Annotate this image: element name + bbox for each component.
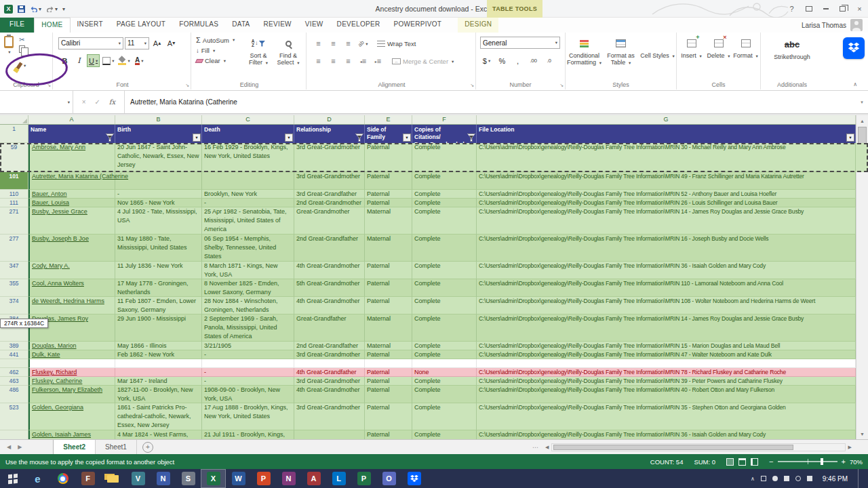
row-header-486[interactable]: 486 xyxy=(0,386,28,403)
cell-A[interactable]: Golden, Isaiah James xyxy=(28,430,115,439)
row-header-59[interactable]: 59 xyxy=(0,143,28,172)
restore-button[interactable] xyxy=(834,0,851,18)
cell-F462[interactable]: None xyxy=(412,368,477,377)
copy-button[interactable] xyxy=(19,45,25,53)
font-dialog-launcher[interactable]: ↘ xyxy=(185,83,189,88)
insert-cells-button[interactable]: + Insert ▾ xyxy=(679,34,705,79)
filter-button-E[interactable]: ▼ xyxy=(403,134,411,142)
cell-D277[interactable]: 2nd Great-Grandfather xyxy=(294,235,365,262)
cell-G463[interactable]: C:\Users\admin\Dropbox\genealogy\Reilly-… xyxy=(477,377,856,386)
find-select-button[interactable]: Find & Select ▾ xyxy=(273,34,303,79)
cell-B59[interactable]: 20 Jun 1847 - Saint John-Catholic, Newar… xyxy=(115,143,202,172)
cell-B374[interactable]: 11 Feb 1807 - Emden, Lower Saxony, Germa… xyxy=(115,297,202,314)
table-header-C[interactable]: Death▼ xyxy=(202,125,294,143)
cell-A374[interactable]: de Weerdt, Hedrina Harms xyxy=(28,297,115,314)
expand-formula-bar-button[interactable]: ▾ xyxy=(856,91,868,113)
cell-E389[interactable]: Maternal xyxy=(365,342,412,350)
cell-C486[interactable]: 1908-09-00 - Brooklyn, New York, USA xyxy=(202,386,294,403)
cell-B462[interactable] xyxy=(115,368,202,377)
alignment-dialog-launcher[interactable]: ↘ xyxy=(470,83,474,88)
cell-F[interactable]: Complete xyxy=(412,430,477,439)
filter-button-A[interactable] xyxy=(106,134,114,142)
cell-A271[interactable]: Busby, Jessie Grace xyxy=(28,207,115,235)
tab-page-layout[interactable]: PAGE LAYOUT xyxy=(110,18,172,33)
merge-center-button[interactable]: ↔Merge & Center▾ xyxy=(392,58,454,65)
cell-A355[interactable]: Cool, Anna Wolters xyxy=(28,279,115,297)
cell-E277[interactable]: Maternal xyxy=(365,235,412,262)
delete-cells-button[interactable]: × Delete ▾ xyxy=(706,34,732,79)
row-header-462[interactable]: 462 xyxy=(0,368,28,377)
formula-input[interactable]: Autretter, Maria Katarina (Catherine xyxy=(125,91,856,113)
row-header-x17[interactable] xyxy=(0,430,28,439)
row-header-355[interactable]: 355 xyxy=(0,279,28,297)
tab-formulas[interactable]: FORMULAS xyxy=(172,18,225,33)
wrap-text-button[interactable]: Wrap Text xyxy=(377,40,416,47)
column-header-C[interactable]: C xyxy=(202,115,294,124)
cell-A101[interactable]: Autretter, Maria Katarina (Catherine xyxy=(28,172,115,190)
cell-B111[interactable]: Nov 1865 - New York xyxy=(115,199,202,207)
cell-E441[interactable]: Paternal xyxy=(365,350,412,359)
font-color-button[interactable]: A▾ xyxy=(133,54,146,67)
row-header-441[interactable]: 441 xyxy=(0,350,28,359)
tab-data[interactable]: DATA xyxy=(225,18,256,33)
cell-F271[interactable]: Complete xyxy=(412,207,477,235)
align-middle-button[interactable]: ≡ xyxy=(327,37,340,50)
row-header-1[interactable]: 1 xyxy=(0,125,28,143)
new-sheet-button[interactable]: + xyxy=(142,442,153,453)
tray-icon-2[interactable] xyxy=(772,476,778,481)
filter-button-C[interactable]: ▼ xyxy=(285,134,293,142)
cell-B384[interactable]: 29 Jun 1900 - Mississippi xyxy=(115,314,202,342)
cell-B[interactable] xyxy=(115,359,202,368)
cell-F110[interactable]: Complete xyxy=(412,190,477,199)
number-dialog-launcher[interactable]: ↘ xyxy=(559,83,564,88)
cell-G462[interactable]: C:\Users\admin\Dropbox\genealogy\Reilly-… xyxy=(477,368,856,377)
file-explorer-icon[interactable] xyxy=(100,469,125,488)
app-icon-3[interactable]: N xyxy=(151,469,176,488)
clipboard-dialog-launcher[interactable]: ↘ xyxy=(47,83,51,88)
cell-G271[interactable]: C:\Users\admin\Dropbox\genealogy\Reilly-… xyxy=(477,207,856,235)
zoom-slider[interactable] xyxy=(778,461,837,462)
scroll-up-icon[interactable]: ▲ xyxy=(856,115,868,126)
cell-B441[interactable]: Feb 1862 - New York xyxy=(115,350,202,359)
cell-C101[interactable] xyxy=(202,172,294,190)
format-as-table-button[interactable]: Format as Table ▾ xyxy=(604,34,639,79)
word-icon[interactable]: W xyxy=(226,469,251,488)
cell-A110[interactable]: Bauer, Anton xyxy=(28,190,115,199)
align-center-button[interactable]: ≡ xyxy=(327,55,340,68)
help-button[interactable]: ? xyxy=(783,0,800,18)
clear-button[interactable]: Clear▾ xyxy=(196,57,235,64)
cell-C374[interactable]: 28 Nov 1884 - Winschoten, Groningen, Net… xyxy=(202,297,294,314)
format-painter-button[interactable]: ▾ xyxy=(18,62,26,69)
cell-F59[interactable]: Complete xyxy=(412,143,477,172)
row-header-389[interactable]: 389 xyxy=(0,342,28,350)
filter-button-F[interactable] xyxy=(467,134,475,142)
cell-A389[interactable]: Douglas, Marion xyxy=(28,342,115,350)
cell-A462[interactable]: Fluskey, Richard xyxy=(28,368,115,377)
table-header-F[interactable]: Copies of Citations/ Docs Downloaded xyxy=(412,125,477,143)
sheet-nav-next-icon[interactable]: ▶ xyxy=(18,444,22,450)
cell-E355[interactable]: Paternal xyxy=(365,279,412,297)
redo-button[interactable]: ▾ xyxy=(46,5,58,12)
cell-D463[interactable]: 3rd Great-Grandmother xyxy=(294,377,365,386)
cell-B355[interactable]: 17 May 1778 - Groningen, Netherlands xyxy=(115,279,202,297)
page-layout-view-button[interactable] xyxy=(738,458,746,466)
access-icon[interactable]: A xyxy=(301,469,326,488)
table-header-E[interactable]: Side of Family▼ xyxy=(365,125,412,143)
cell-C59[interactable]: 16 Feb 1929 - Brooklyn, Kings, New York,… xyxy=(202,143,294,172)
tray-icon-4[interactable] xyxy=(795,476,801,481)
cell-D389[interactable]: 2nd Great-Grandfather xyxy=(294,342,365,350)
powerpoint-icon[interactable]: P xyxy=(251,469,276,488)
cell-C110[interactable]: Brooklyn, New York xyxy=(202,190,294,199)
cell-F111[interactable]: Complete xyxy=(412,199,477,207)
cell-D110[interactable]: 3rd Great-Grandfather xyxy=(294,190,365,199)
orientation-button[interactable]: ab▾ xyxy=(357,37,370,50)
cell-A463[interactable]: Fluskey, Catherine xyxy=(28,377,115,386)
increase-font-button[interactable]: A▴ xyxy=(151,37,163,49)
cell-C111[interactable]: - xyxy=(202,199,294,207)
cell-A347[interactable]: Cody, Mary A. xyxy=(28,262,115,279)
cell-F384[interactable]: Complete xyxy=(412,314,477,342)
cell-D271[interactable]: Great-Grandmother xyxy=(294,207,365,235)
cell-E111[interactable]: Paternal xyxy=(365,199,412,207)
show-desktop-button[interactable] xyxy=(858,469,861,488)
scroll-right-icon[interactable]: ▶ xyxy=(846,445,854,450)
